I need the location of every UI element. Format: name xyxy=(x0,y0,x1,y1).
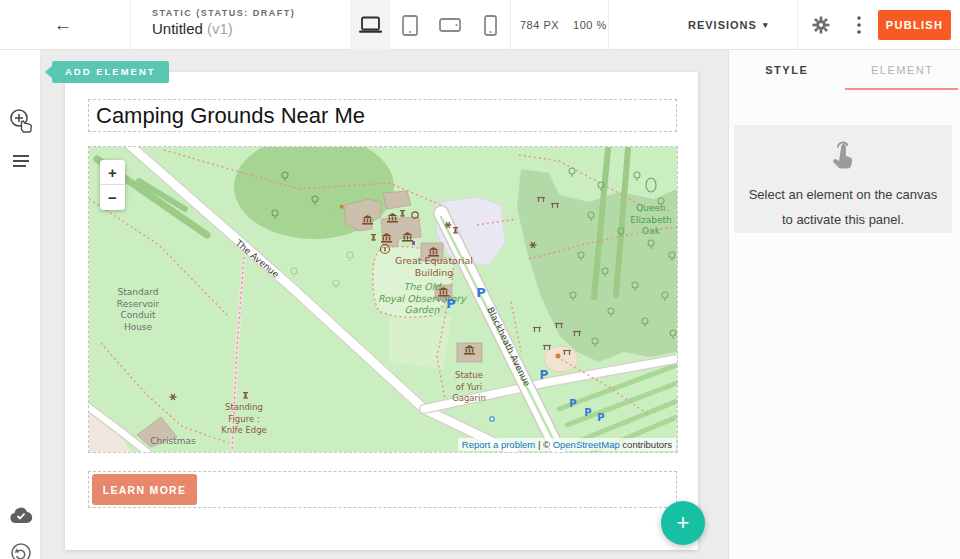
map-attribution: Report a problem | © OpenStreetMap contr… xyxy=(458,438,676,451)
inspector-panel: STYLE ELEMENT Select an element on the c… xyxy=(728,50,960,559)
button-element[interactable]: LEARN MORE xyxy=(88,471,677,508)
map-canvas[interactable]: The AvenueBlackheath AvenueStandardReser… xyxy=(89,147,677,452)
tab-style[interactable]: STYLE xyxy=(729,50,845,90)
document-status: STATIC (STATUS: DRAFT) xyxy=(152,8,295,18)
left-toolbar xyxy=(0,50,41,559)
empty-state-card: Select an element on the canvas to activ… xyxy=(734,125,952,233)
parking-icon: P xyxy=(584,407,591,418)
more-options-button[interactable] xyxy=(846,13,872,37)
device-phone-button[interactable] xyxy=(470,0,510,50)
map-label: Statueof YuriGagarin xyxy=(452,370,486,403)
document-version: (v1) xyxy=(207,20,233,37)
tap-hand-icon xyxy=(828,140,858,172)
chevron-down-icon: ▾ xyxy=(763,20,769,30)
learn-more-button[interactable]: LEARN MORE xyxy=(92,474,197,505)
heading-element[interactable]: Camping Grounds Near Me xyxy=(88,99,677,132)
openstreetmap-link[interactable]: OpenStreetMap xyxy=(553,439,620,450)
map-element[interactable]: The AvenueBlackheath AvenueStandardReser… xyxy=(88,146,678,453)
map-zoom-control: + − xyxy=(100,160,125,210)
viewport-zoom: 100 % xyxy=(573,19,607,31)
save-status xyxy=(8,502,34,528)
map-zoom-out-button[interactable]: − xyxy=(100,185,125,210)
outline-icon xyxy=(12,154,30,168)
document-title: Untitled (v1) xyxy=(152,20,295,37)
top-toolbar: ← STATIC (STATUS: DRAFT) Untitled (v1) xyxy=(0,0,960,50)
revisions-dropdown[interactable]: REVISIONS ▾ xyxy=(688,0,768,50)
empty-state-message: Select an element on the canvas to activ… xyxy=(743,182,943,232)
report-problem-link[interactable]: Report a problem xyxy=(462,439,535,450)
desktop-icon xyxy=(358,16,383,34)
device-desktop-button[interactable] xyxy=(350,0,390,50)
publish-button[interactable]: PUBLISH xyxy=(878,10,951,40)
tablet-portrait-icon xyxy=(402,15,418,36)
parking-icon: P xyxy=(540,368,549,382)
add-element-button[interactable] xyxy=(8,109,34,135)
tablet-landscape-icon xyxy=(439,18,461,32)
divider xyxy=(510,0,511,50)
parking-icon: P xyxy=(476,285,486,300)
divider xyxy=(130,0,131,50)
parking-icon: P xyxy=(569,398,576,409)
gear-icon xyxy=(811,15,831,35)
canvas-page: Camping Grounds Near Me xyxy=(65,72,698,550)
device-tablet-button[interactable] xyxy=(390,0,430,50)
inspector-tabs: STYLE ELEMENT xyxy=(729,50,960,90)
map-label: Christmas xyxy=(150,436,196,446)
document-title-block: STATIC (STATUS: DRAFT) Untitled (v1) xyxy=(152,8,295,37)
viewport-dimensions: 784 PX 100 % xyxy=(520,0,607,50)
kebab-menu-icon xyxy=(857,16,861,34)
page-title: Camping Grounds Near Me xyxy=(89,100,676,132)
parking-icon: P xyxy=(446,296,456,311)
device-switcher xyxy=(350,0,510,50)
back-button[interactable]: ← xyxy=(48,13,78,37)
add-section-fab[interactable]: + xyxy=(661,501,705,545)
page-outline-button[interactable] xyxy=(8,148,34,174)
openstreetmap-map: The AvenueBlackheath AvenueStandardReser… xyxy=(89,147,677,452)
divider xyxy=(797,0,798,50)
divider xyxy=(608,0,609,50)
phone-icon xyxy=(484,15,497,36)
undo-icon xyxy=(10,542,32,559)
tab-element[interactable]: ELEMENT xyxy=(845,50,960,90)
device-tablet-landscape-button[interactable] xyxy=(430,0,470,50)
add-element-icon xyxy=(8,108,34,136)
map-zoom-in-button[interactable]: + xyxy=(100,160,125,185)
add-element-tooltip: ADD ELEMENT xyxy=(52,61,169,83)
cloud-saved-icon xyxy=(9,507,33,524)
viewport-width: 784 PX xyxy=(520,19,559,31)
undo-button[interactable] xyxy=(8,540,34,559)
parking-icon: P xyxy=(597,412,604,423)
settings-button[interactable] xyxy=(808,13,834,37)
